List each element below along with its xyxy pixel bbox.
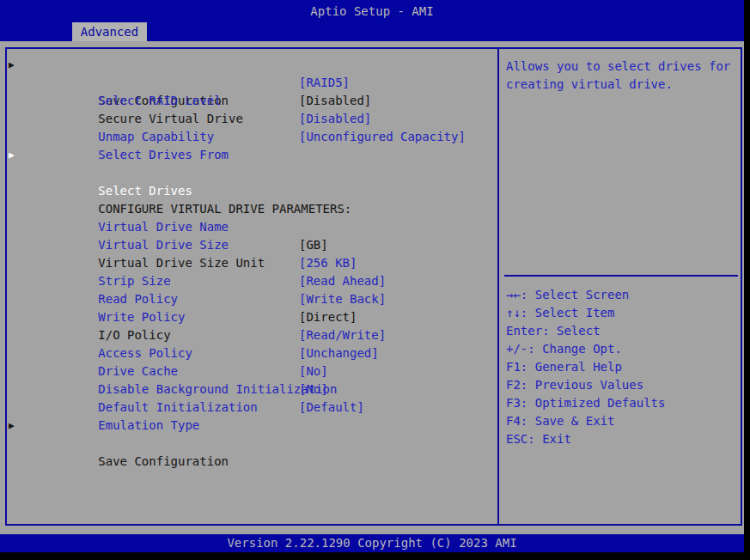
- menu-item-label: Save Configuration: [98, 454, 229, 468]
- menu-item-select-raid-level[interactable]: Select RAID Level [RAID5]: [7, 74, 497, 92]
- tab-advanced-label: Advanced: [81, 25, 138, 39]
- menu-item-write-policy[interactable]: Write Policy [Write Back]: [7, 290, 497, 308]
- footer-bar: Version 2.22.1290 Copyright (C) 2023 AMI: [0, 534, 744, 552]
- legend-f3-optimized-defaults: F3: Optimized Defaults: [506, 394, 739, 412]
- menu-item-select-drives-from[interactable]: Select Drives From [Unconfigured Capacit…: [7, 128, 497, 146]
- menu-item-value: [Unconfigured Capacity]: [299, 128, 466, 146]
- menu-item-value: [RAID5]: [299, 74, 350, 92]
- header-bar: Aptio Setup - AMI Advanced: [0, 0, 744, 41]
- menu-item-default-initialization[interactable]: Default Initialization [No]: [7, 380, 497, 399]
- legend-f4-save-exit: F4: Save & Exit: [506, 412, 739, 430]
- menu-item-value: [No]: [299, 380, 328, 399]
- menu-item-virtual-drive-size[interactable]: Virtual Drive Size: [7, 218, 497, 236]
- help-panel: Allows you to select drives for creating…: [499, 49, 741, 524]
- options-panel: ▶ Save Configuration Select RAID Level […: [7, 49, 499, 524]
- menu-item-value: [Disabled]: [299, 92, 371, 110]
- menu-section-heading: CONFIGURE VIRTUAL DRIVE PARAMETERS:: [7, 182, 497, 200]
- menu-item-value: [Read/Write]: [299, 326, 386, 344]
- submenu-arrow-icon: ▶: [9, 417, 15, 435]
- main-body: ▶ Save Configuration Select RAID Level […: [0, 41, 744, 534]
- menu-item-save-configuration-bottom[interactable]: ▶ Save Configuration: [7, 417, 497, 435]
- menu-item-virtual-drive-size-unit: Virtual Drive Size Unit [GB]: [7, 236, 497, 254]
- key-legend: →←: Select Screen ↑↓: Select Item Enter:…: [506, 286, 739, 448]
- menu-item-secure-virtual-drive: Secure Virtual Drive [Disabled]: [7, 92, 497, 110]
- tab-advanced[interactable]: Advanced: [72, 22, 147, 41]
- menu-item-value: [256 KB]: [299, 254, 357, 272]
- help-text: Allows you to select drives for creating…: [499, 49, 741, 102]
- menu-item-value: [Write Back]: [299, 290, 386, 308]
- menu-item-value: [Read Ahead]: [299, 272, 386, 290]
- panels-frame: ▶ Save Configuration Select RAID Level […: [5, 47, 742, 526]
- menu-item-strip-size[interactable]: Strip Size [256 KB]: [7, 254, 497, 272]
- menu-item-value: [GB]: [299, 236, 328, 254]
- menu-item-select-drives[interactable]: ▶ Select Drives: [7, 146, 497, 164]
- legend-f1-general-help: F1: General Help: [506, 358, 739, 376]
- legend-enter-select: Enter: Select: [506, 322, 739, 340]
- bios-screen: Aptio Setup - AMI Advanced ▶ Save Config…: [0, 0, 750, 560]
- legend-select-screen: →←: Select Screen: [506, 286, 739, 304]
- version-text: Version 2.22.1290 Copyright (C) 2023 AMI: [227, 536, 516, 550]
- menu-item-io-policy: I/O Policy [Direct]: [7, 308, 497, 326]
- menu-item-emulation-type[interactable]: Emulation Type [Default]: [7, 399, 497, 417]
- menu-item-save-configuration-top[interactable]: ▶ Save Configuration: [7, 56, 497, 74]
- menu-item-disable-background-initialization[interactable]: Disable Background Initialization [No]: [7, 362, 497, 380]
- submenu-arrow-icon: ▶: [9, 56, 15, 74]
- page-title: Aptio Setup - AMI: [0, 4, 744, 18]
- menu-item-value: [No]: [299, 362, 328, 380]
- menu-item-value: [Default]: [299, 399, 364, 417]
- legend-esc-exit: ESC: Exit: [506, 430, 739, 448]
- menu-item-drive-cache[interactable]: Drive Cache [Unchanged]: [7, 344, 497, 362]
- menu-item-value: [Unchanged]: [299, 344, 379, 362]
- menu-item-read-policy[interactable]: Read Policy [Read Ahead]: [7, 272, 497, 290]
- legend-f2-previous-values: F2: Previous Values: [506, 376, 739, 394]
- menu-item-value: [Disabled]: [299, 110, 371, 128]
- help-divider: [504, 275, 738, 277]
- submenu-arrow-icon: ▶: [9, 146, 15, 164]
- legend-change-opt: +/-: Change Opt.: [506, 340, 739, 358]
- menu-item-virtual-drive-name[interactable]: Virtual Drive Name: [7, 200, 497, 218]
- menu-item-value: [Direct]: [299, 308, 357, 326]
- legend-select-item: ↑↓: Select Item: [506, 304, 739, 322]
- menu-item-unmap-capability[interactable]: Unmap Capability [Disabled]: [7, 110, 497, 128]
- menu-item-access-policy[interactable]: Access Policy [Read/Write]: [7, 326, 497, 344]
